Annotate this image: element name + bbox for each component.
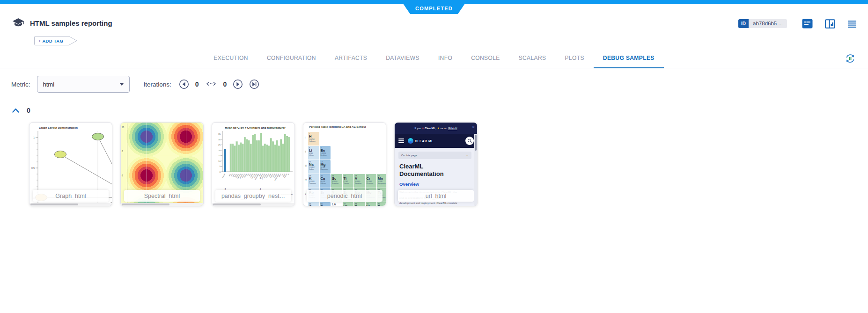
periodic-element-mg: 12Mg24.305Magnesium	[320, 160, 331, 174]
heart-icon: ♥	[422, 127, 424, 130]
next-iteration-button[interactable]	[233, 79, 243, 89]
docs-hamburger-icon[interactable]	[398, 138, 404, 143]
tab-info[interactable]: INFO	[429, 49, 462, 68]
tab-artifacts[interactable]: ARTIFACTS	[325, 49, 376, 68]
periodic-row-label: V	[305, 193, 306, 195]
prev-iteration-button[interactable]	[179, 79, 189, 89]
next-iteration-icon	[233, 79, 243, 89]
sample-card-pandas-groupby[interactable]: Mean MPG by # Cylinders and Manufacturer…	[212, 122, 295, 206]
details-panel-button[interactable]	[802, 19, 813, 29]
svg-text:10: 10	[218, 160, 221, 162]
svg-text:0.5: 0.5	[31, 167, 35, 169]
svg-text:20: 20	[218, 149, 221, 152]
chevron-up-icon	[12, 108, 19, 113]
tab-configuration[interactable]: CONFIGURATION	[257, 49, 325, 68]
on-this-page-dropdown[interactable]: On this page ⌄	[398, 152, 471, 159]
periodic-element-ba: 56Ba137.327Barium	[320, 202, 331, 206]
sample-caption: url_html	[398, 190, 474, 202]
svg-text:hi: hi	[287, 173, 290, 175]
docs-heading: ClearML Documentation	[399, 163, 444, 178]
periodic-title: Periodic Table (omitting LA and AC Serie…	[309, 125, 366, 128]
svg-text:mazda: mazda	[222, 173, 226, 178]
periodic-element-cs: 55Cs132.9055Cesium	[308, 202, 319, 206]
sample-caption: periodic_html	[307, 190, 383, 202]
iteration-controls: 0 0	[179, 79, 260, 89]
task-id-chip[interactable]: ID ab78d6b5 ...	[738, 19, 787, 28]
periodic-element-cr: 24Cr51.9961Chromium	[366, 174, 377, 188]
thumbnail-hscrollbar[interactable]	[212, 203, 294, 206]
tab-bar: EXECUTIONCONFIGURATIONARTIFACTSDATAVIEWS…	[0, 49, 868, 68]
clearml-logo-icon	[408, 138, 413, 144]
tab-dataviews[interactable]: DATAVIEWS	[376, 49, 429, 68]
metric-select[interactable]: html	[37, 76, 130, 93]
controls-row: Metric: html Iterations: 0 0	[11, 75, 868, 94]
sample-card-graph-html[interactable]: Graph Layout Demonstration 1 0.5 0	[29, 122, 112, 206]
group-header: 0	[12, 107, 868, 114]
tab-console[interactable]: CONSOLE	[462, 49, 509, 68]
tab-scalars[interactable]: SCALARS	[509, 49, 556, 68]
page-title: HTML samples reporting	[30, 19, 112, 27]
sample-card-periodic-html[interactable]: Periodic Table (omitting LA and AC Serie…	[303, 122, 386, 206]
periodic-element-re: 75Re186.207Rhenium	[377, 202, 386, 206]
status-bar	[0, 0, 868, 4]
periodic-element-w: 74W183.84Tungsten	[366, 202, 377, 206]
periodic-row-label: IV	[305, 179, 307, 181]
github-link[interactable]: GitHub!	[448, 127, 457, 130]
tab-debug-samples[interactable]: DEBUG SAMPLES	[594, 49, 664, 68]
details-icon	[802, 19, 813, 29]
svg-text:0: 0	[220, 171, 221, 173]
info-panel-button[interactable]	[825, 19, 835, 29]
periodic-row-label: II	[305, 151, 306, 153]
sample-card-spectral-html[interactable]: 10 8 6 Spectral_html	[120, 122, 204, 206]
collapse-group-button[interactable]	[12, 108, 19, 113]
docs-overview-link[interactable]: Overview	[399, 182, 419, 187]
docs-navbar: CLEAR ML	[395, 134, 477, 148]
github-banner: If you ♥ ClearML, ★ us on GitHub! ✕	[395, 123, 477, 134]
svg-text:Mean MPG by # Cylinders and Ma: Mean MPG by # Cylinders and Manufacturer	[225, 126, 286, 129]
svg-text:35: 35	[218, 133, 221, 135]
sample-caption: Spectral_html	[124, 190, 200, 202]
sample-caption: Graph_html	[33, 190, 109, 202]
periodic-element-sc: 21Sc44.9559Scandium	[331, 174, 342, 188]
add-tag-label: + ADD TAG	[38, 38, 63, 44]
clearml-logo: CLEAR ML	[408, 138, 434, 144]
docs-search-icon[interactable]	[465, 137, 474, 145]
menu-button[interactable]	[847, 20, 857, 28]
periodic-element-v: 23V50.9415Vanadium	[354, 174, 365, 188]
svg-text:5: 5	[220, 165, 221, 167]
add-tag-button[interactable]: + ADD TAG	[34, 36, 79, 48]
thumbnail-vscrollbar[interactable]	[474, 134, 477, 206]
iteration-range-icon	[205, 80, 217, 88]
svg-text:25: 25	[218, 144, 221, 146]
experiment-type-icon	[12, 18, 24, 31]
periodic-element-ti: 22Ti47.867Titanium	[343, 174, 354, 188]
auto-refresh-button[interactable]	[845, 53, 856, 66]
chevron-down-icon: ⌄	[466, 153, 469, 157]
panel-chart-icon	[825, 19, 835, 29]
task-id-value: ab78d6b5 ...	[749, 19, 787, 28]
header-right-controls: ID ab78d6b5 ...	[738, 19, 857, 29]
tab-bar-wrap: EXECUTIONCONFIGURATIONARTIFACTSDATAVIEWS…	[0, 49, 868, 68]
hamburger-icon	[847, 20, 857, 28]
prev-iteration-icon	[179, 79, 189, 89]
svg-text:15: 15	[218, 154, 221, 157]
svg-text:30: 30	[218, 138, 221, 141]
tab-execution[interactable]: EXECUTION	[204, 49, 257, 68]
debug-samples-row: Graph Layout Demonstration 1 0.5 0	[29, 122, 868, 206]
periodic-element-la: LA	[331, 202, 342, 206]
thumbnail-hscrollbar[interactable]	[29, 203, 112, 206]
sample-card-url-html[interactable]: If you ♥ ClearML, ★ us on GitHub! ✕ CLEA…	[394, 122, 478, 206]
iteration-min-value: 0	[195, 80, 199, 88]
last-iteration-button[interactable]	[249, 79, 259, 89]
periodic-element-be: 4Be9.01218Beryllium	[320, 146, 331, 160]
periodic-element-k: 19K39.0983Potassium	[308, 174, 319, 188]
sample-caption: pandas_groupby_nest…	[215, 190, 291, 202]
thumbnail-hscrollbar[interactable]	[121, 203, 203, 206]
periodic-element-ta: 73Ta180.9479Tantalum	[354, 202, 365, 206]
tab-plots[interactable]: PLOTS	[555, 49, 593, 68]
periodic-element-h: 1H1.00794Hydrogen	[308, 132, 319, 146]
periodic-element-ca: 20Ca40.078Calcium	[320, 174, 331, 188]
periodic-row-label: I	[305, 137, 305, 139]
iteration-max-value: 0	[223, 80, 227, 88]
close-icon[interactable]: ✕	[472, 125, 475, 129]
